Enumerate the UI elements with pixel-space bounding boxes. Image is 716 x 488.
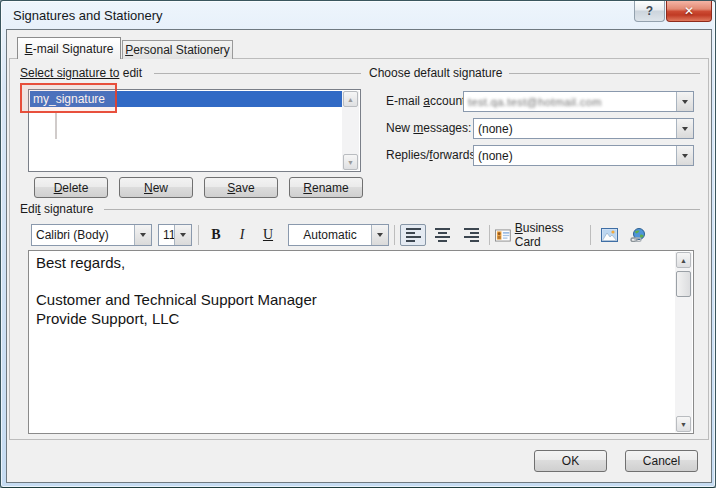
window-title: Signatures and Stationery [13, 8, 163, 23]
toolbar-separator [198, 225, 199, 245]
business-card-icon [495, 229, 511, 242]
font-color-select[interactable]: Automatic [288, 224, 389, 246]
toolbar-separator [590, 225, 591, 245]
scroll-up-icon[interactable]: ▲ [343, 91, 358, 107]
group-divider [154, 73, 361, 74]
dropdown-arrow-icon[interactable] [676, 146, 693, 165]
button-label: Save [227, 181, 254, 195]
business-card-button[interactable]: Business Card [495, 224, 587, 246]
button-label: OK [562, 454, 579, 468]
insert-picture-button[interactable] [596, 224, 622, 246]
dropdown-arrow-icon[interactable] [676, 92, 693, 111]
align-left-icon [406, 228, 421, 242]
replies-forwards-select[interactable]: (none) [473, 145, 694, 166]
save-button[interactable]: Save [204, 177, 278, 198]
tab-label: Personal Stationery [125, 43, 230, 57]
dropdown-arrow-icon[interactable] [174, 225, 191, 245]
business-card-label: Business Card [515, 221, 587, 249]
align-right-button[interactable] [458, 224, 484, 246]
replies-forwards-value: (none) [474, 149, 676, 163]
ok-button[interactable]: OK [534, 450, 607, 472]
picture-icon [601, 228, 618, 242]
font-family-value: Calibri (Body) [32, 228, 134, 242]
bold-button[interactable]: B [204, 224, 228, 246]
replies-forwards-label: Replies/forwards: [386, 148, 479, 162]
new-messages-select[interactable]: (none) [473, 118, 694, 139]
underline-button[interactable]: U [256, 224, 280, 246]
tab-personal-stationery[interactable]: Personal Stationery [122, 40, 233, 59]
signatures-and-stationery-dialog: Signatures and Stationery ? ✕ E-mail Sig… [0, 0, 716, 488]
align-center-icon [435, 228, 450, 242]
scrollbar-thumb[interactable] [676, 271, 691, 297]
hyperlink-globe-icon [630, 228, 646, 243]
signature-editor[interactable]: Best regards, Customer and Technical Sup… [28, 250, 694, 434]
new-button[interactable]: New [119, 177, 193, 198]
annotation-artifact-line [55, 113, 57, 139]
delete-button[interactable]: Delete [34, 177, 108, 198]
font-color-value: Automatic [289, 228, 371, 242]
edit-signature-group-label: Edit signature [20, 202, 93, 216]
email-account-select[interactable]: test.qa.test@hotmail.com [463, 91, 694, 112]
bold-icon: B [211, 227, 220, 243]
align-left-button[interactable] [400, 224, 426, 246]
font-size-select[interactable]: 11 [158, 224, 192, 246]
rename-button[interactable]: Rename [289, 177, 363, 198]
insert-hyperlink-button[interactable] [625, 224, 651, 246]
italic-button[interactable]: I [230, 224, 254, 246]
font-family-select[interactable]: Calibri (Body) [31, 224, 152, 246]
button-label: Cancel [643, 454, 680, 468]
underline-icon: U [263, 227, 273, 243]
dropdown-arrow-icon[interactable] [371, 225, 388, 245]
group-divider [104, 209, 700, 210]
scroll-down-icon[interactable]: ▼ [343, 154, 358, 170]
dropdown-arrow-icon[interactable] [134, 225, 151, 245]
new-messages-label: New messages: [386, 121, 471, 135]
help-icon: ? [646, 4, 653, 18]
select-signature-group-label: Select signature to edit [20, 66, 142, 80]
button-label: New [144, 181, 168, 195]
align-center-button[interactable] [429, 224, 455, 246]
align-right-icon [464, 228, 479, 242]
dropdown-arrow-icon[interactable] [676, 119, 693, 138]
new-messages-value: (none) [474, 122, 676, 136]
help-button[interactable]: ? [634, 1, 665, 22]
toolbar-separator [489, 225, 490, 245]
toolbar-separator [394, 225, 395, 245]
editor-scrollbar[interactable]: ▲ ▼ [675, 252, 692, 432]
signature-list-scrollbar[interactable]: ▲ ▼ [342, 91, 359, 170]
font-size-value: 11 [159, 228, 174, 242]
signature-body-text[interactable]: Best regards, Customer and Technical Sup… [36, 254, 671, 328]
scroll-up-icon[interactable]: ▲ [676, 252, 691, 268]
button-label: Rename [303, 181, 348, 195]
email-account-value: test.qa.test@hotmail.com [464, 96, 676, 108]
close-icon: ✕ [684, 4, 694, 18]
scroll-down-icon[interactable]: ▼ [676, 416, 691, 432]
highlight-annotation-rect [20, 83, 117, 113]
button-label: Delete [54, 181, 89, 195]
email-account-label: E-mail account: [386, 94, 469, 108]
italic-icon: I [240, 227, 245, 243]
tab-email-signature[interactable]: E-mail Signature [17, 37, 121, 59]
choose-default-signature-group-label: Choose default signature [369, 66, 502, 80]
close-button[interactable]: ✕ [666, 1, 712, 22]
tab-label: E-mail Signature [25, 42, 114, 56]
group-divider [509, 73, 700, 74]
cancel-button[interactable]: Cancel [625, 450, 698, 472]
